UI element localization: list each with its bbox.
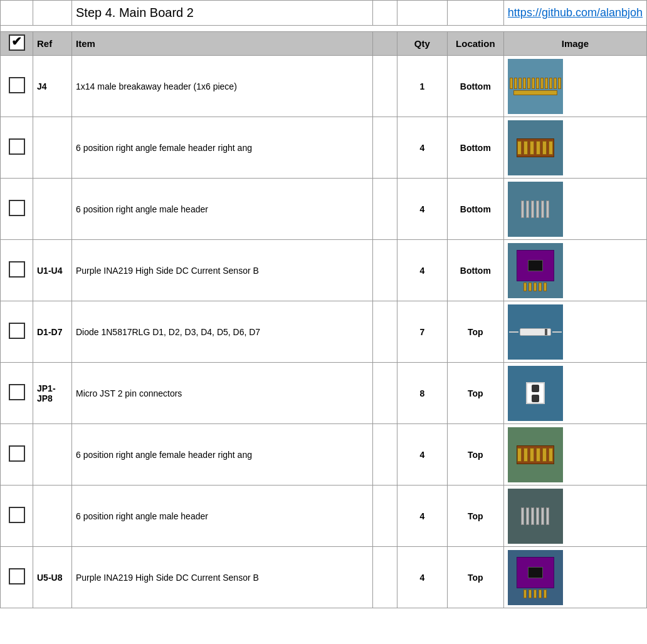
row-checkbox[interactable] xyxy=(1,547,33,608)
qty-cell: 4 xyxy=(397,179,447,240)
qty-cell: 4 xyxy=(397,424,447,486)
header-ref: Ref xyxy=(33,32,72,56)
location-cell: Bottom xyxy=(447,240,503,301)
item-cell: Diode 1N5817RLG D1, D2, D3, D4, D5, D6, … xyxy=(72,301,373,363)
image-cell xyxy=(503,179,646,240)
page-title: Step 4. Main Board 2 xyxy=(72,1,373,26)
ref-cell xyxy=(33,486,72,547)
github-link[interactable]: https://github.com/alanbjoh xyxy=(508,6,643,19)
select-all-checkbox[interactable] xyxy=(9,34,25,51)
title-ref-cell xyxy=(33,1,72,26)
empty-cell xyxy=(373,363,397,424)
location-cell: Top xyxy=(447,547,503,608)
title-empty1 xyxy=(373,1,397,26)
row-checkbox[interactable] xyxy=(1,424,33,486)
header-location: Location xyxy=(447,32,503,56)
location-cell: Top xyxy=(447,363,503,424)
qty-cell: 4 xyxy=(397,486,447,547)
header-item: Item xyxy=(72,32,373,56)
title-empty2 xyxy=(397,1,447,26)
image-cell xyxy=(503,363,646,424)
empty-cell xyxy=(373,547,397,608)
header-empty xyxy=(373,32,397,56)
qty-cell: 1 xyxy=(397,56,447,117)
spacer-cell xyxy=(1,26,647,32)
checkbox-icon[interactable] xyxy=(9,507,25,523)
ref-cell: JP1-JP8 xyxy=(33,363,72,424)
checkbox-icon[interactable] xyxy=(9,261,25,278)
empty-cell xyxy=(373,240,397,301)
table-row: 6 position right angle male header 4 Bot… xyxy=(1,179,647,240)
component-image xyxy=(508,243,563,298)
checkbox-icon[interactable] xyxy=(9,200,25,216)
row-checkbox[interactable] xyxy=(1,301,33,363)
empty-cell xyxy=(373,179,397,240)
item-cell: 6 position right angle female header rig… xyxy=(72,117,373,179)
column-header-row: Ref Item Qty Location Image xyxy=(1,32,647,56)
empty-cell xyxy=(373,301,397,363)
table-row: U5-U8 Purple INA219 High Side DC Current… xyxy=(1,547,647,608)
location-cell: Bottom xyxy=(447,179,503,240)
location-cell: Bottom xyxy=(447,56,503,117)
component-image xyxy=(508,427,563,482)
title-row: Step 4. Main Board 2 https://github.com/… xyxy=(1,1,647,26)
title-check-cell xyxy=(1,1,33,26)
title-empty3 xyxy=(447,1,503,26)
ref-cell xyxy=(33,179,72,240)
item-cell: 6 position right angle female header rig… xyxy=(72,424,373,486)
checkbox-icon[interactable] xyxy=(9,568,25,584)
item-cell: Micro JST 2 pin connectors xyxy=(72,363,373,424)
item-cell: 6 position right angle male header xyxy=(72,486,373,547)
empty-cell xyxy=(373,117,397,179)
table-row: 6 position right angle female header rig… xyxy=(1,424,647,486)
checkbox-icon[interactable] xyxy=(9,323,25,339)
ref-cell: J4 xyxy=(33,56,72,117)
checkbox-icon[interactable] xyxy=(9,138,25,155)
row-checkbox[interactable] xyxy=(1,56,33,117)
image-cell xyxy=(503,240,646,301)
qty-cell: 4 xyxy=(397,117,447,179)
table-row: JP1-JP8 Micro JST 2 pin connectors 8 Top xyxy=(1,363,647,424)
ref-cell xyxy=(33,424,72,486)
header-check[interactable] xyxy=(1,32,33,56)
location-cell: Bottom xyxy=(447,117,503,179)
component-image xyxy=(508,182,563,237)
checkbox-icon[interactable] xyxy=(9,445,25,462)
qty-cell: 7 xyxy=(397,301,447,363)
image-cell xyxy=(503,301,646,363)
header-image: Image xyxy=(503,32,646,56)
image-cell xyxy=(503,117,646,179)
row-checkbox[interactable] xyxy=(1,179,33,240)
table-row: D1-D7 Diode 1N5817RLG D1, D2, D3, D4, D5… xyxy=(1,301,647,363)
image-cell xyxy=(503,486,646,547)
checkbox-icon[interactable] xyxy=(9,77,25,93)
location-cell: Top xyxy=(447,486,503,547)
table-row: U1-U4 Purple INA219 High Side DC Current… xyxy=(1,240,647,301)
component-image xyxy=(508,59,563,114)
image-cell xyxy=(503,547,646,608)
component-image xyxy=(508,366,563,421)
ref-cell xyxy=(33,117,72,179)
title-link-cell[interactable]: https://github.com/alanbjoh xyxy=(503,1,646,26)
component-image xyxy=(508,489,563,544)
row-checkbox[interactable] xyxy=(1,363,33,424)
component-image xyxy=(508,120,563,175)
component-image xyxy=(508,304,563,360)
item-cell: 1x14 male breakaway header (1x6 piece) xyxy=(72,56,373,117)
location-cell: Top xyxy=(447,301,503,363)
header-qty: Qty xyxy=(397,32,447,56)
row-checkbox[interactable] xyxy=(1,240,33,301)
qty-cell: 8 xyxy=(397,363,447,424)
row-checkbox[interactable] xyxy=(1,486,33,547)
qty-cell: 4 xyxy=(397,240,447,301)
empty-cell xyxy=(373,486,397,547)
checkbox-icon[interactable] xyxy=(9,384,25,400)
main-table: Step 4. Main Board 2 https://github.com/… xyxy=(0,0,647,608)
row-checkbox[interactable] xyxy=(1,117,33,179)
item-cell: Purple INA219 High Side DC Current Senso… xyxy=(72,240,373,301)
qty-cell: 4 xyxy=(397,547,447,608)
ref-cell: U5-U8 xyxy=(33,547,72,608)
table-row: 6 position right angle female header rig… xyxy=(1,117,647,179)
empty-cell xyxy=(373,56,397,117)
table-row: 6 position right angle male header 4 Top xyxy=(1,486,647,547)
